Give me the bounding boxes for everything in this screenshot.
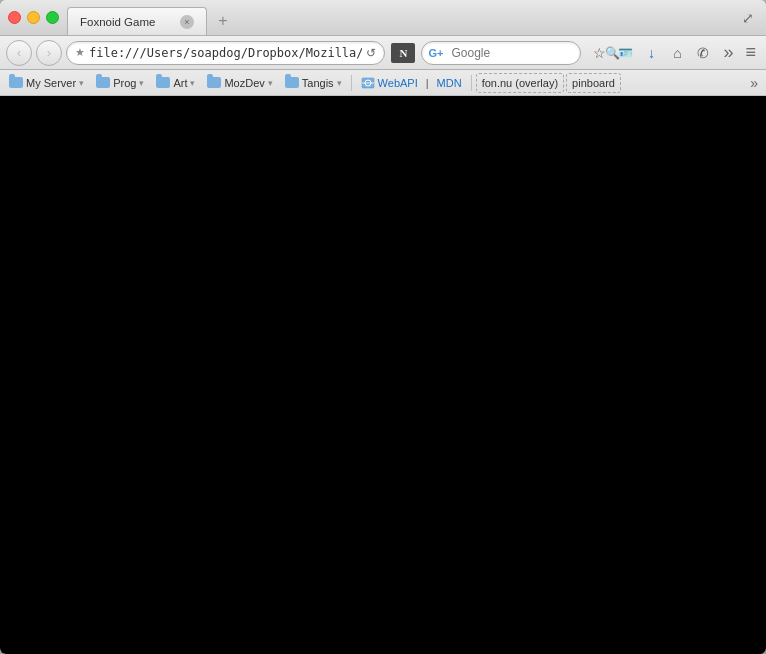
separator-text: | xyxy=(425,77,430,89)
close-button[interactable] xyxy=(8,11,21,24)
bookmark-label: pinboard xyxy=(572,77,615,89)
download-icon: ↓ xyxy=(648,45,655,61)
new-tab-button[interactable]: + xyxy=(211,9,235,33)
search-bar[interactable]: G+ 🔍 xyxy=(421,41,581,65)
active-tab[interactable]: Foxnoid Game × xyxy=(67,7,207,35)
main-content xyxy=(0,96,766,654)
bookmark-fonnu[interactable]: fon.nu (overlay) xyxy=(476,73,564,93)
search-input[interactable] xyxy=(451,46,601,60)
folder-icon xyxy=(285,77,299,88)
bookmark-separator xyxy=(351,75,352,91)
bookmark-label: MozDev xyxy=(224,77,264,89)
window-controls: ⤢ xyxy=(738,8,758,28)
forward-icon: › xyxy=(47,45,51,60)
menu-button[interactable]: ≡ xyxy=(741,42,760,63)
bookmark-label: Tangis xyxy=(302,77,334,89)
folder-icon xyxy=(156,77,170,88)
chevron-down-icon: ▾ xyxy=(337,78,342,88)
bookmarks-bar: My Server ▾ Prog ▾ Art ▾ MozDev ▾ Tangis… xyxy=(0,70,766,96)
bookmark-pinboard[interactable]: pinboard xyxy=(566,73,621,93)
folder-icon xyxy=(96,77,110,88)
chevron-down-icon: ▾ xyxy=(79,78,84,88)
address-lock-icon: ★ xyxy=(75,46,85,59)
bookmark-label: Prog xyxy=(113,77,136,89)
download-button[interactable]: ↓ xyxy=(639,41,663,65)
bookmark-webapi[interactable]: WebAPI xyxy=(356,73,423,93)
home-icon: ⌂ xyxy=(673,45,681,61)
address-input[interactable] xyxy=(89,46,362,60)
bookmark-prog[interactable]: Prog ▾ xyxy=(91,73,149,93)
tab-bar: Foxnoid Game × + xyxy=(67,0,738,35)
folder-icon xyxy=(9,77,23,88)
link-icon xyxy=(361,76,375,90)
bookmark-label: My Server xyxy=(26,77,76,89)
reload-button[interactable]: ↺ xyxy=(366,46,376,60)
bookmark-label: Art xyxy=(173,77,187,89)
nav-bar: ‹ › ★ ↺ N G+ 🔍 ☆ 🪪 ↓ xyxy=(0,36,766,70)
minimize-button[interactable] xyxy=(27,11,40,24)
id-icon: 🪪 xyxy=(618,46,633,60)
bookmark-art[interactable]: Art ▾ xyxy=(151,73,200,93)
forward-button[interactable]: › xyxy=(36,40,62,66)
bookmark-my-server[interactable]: My Server ▾ xyxy=(4,73,89,93)
google-search-icon: G+ xyxy=(428,47,443,59)
star-icon: ☆ xyxy=(593,45,606,61)
nav-overflow-button[interactable]: » xyxy=(719,42,737,63)
chevron-down-icon: ▾ xyxy=(139,78,144,88)
folder-icon xyxy=(207,77,221,88)
id-button[interactable]: 🪪 xyxy=(613,41,637,65)
traffic-lights xyxy=(8,11,59,24)
maximize-button[interactable] xyxy=(46,11,59,24)
browser-window: Foxnoid Game × + ⤢ ‹ › ★ ↺ N G+ 🔍 xyxy=(0,0,766,654)
home-button[interactable]: ⌂ xyxy=(665,41,689,65)
chevron-down-icon: ▾ xyxy=(268,78,273,88)
title-bar: Foxnoid Game × + ⤢ xyxy=(0,0,766,36)
toolbar-icons: ☆ 🪪 ↓ ⌂ ✆ xyxy=(587,41,715,65)
tab-label: Foxnoid Game xyxy=(80,16,155,28)
bookmark-tangis[interactable]: Tangis ▾ xyxy=(280,73,347,93)
bookmark-mdn[interactable]: MDN xyxy=(432,73,467,93)
restore-window-button[interactable]: ⤢ xyxy=(738,8,758,28)
bookmark-separator-2 xyxy=(471,75,472,91)
bookmark-label: fon.nu (overlay) xyxy=(482,77,558,89)
bookmark-mozdev[interactable]: MozDev ▾ xyxy=(202,73,277,93)
phone-button[interactable]: ✆ xyxy=(691,41,715,65)
bookmark-star-button[interactable]: ☆ xyxy=(587,41,611,65)
bookmark-label: WebAPI xyxy=(378,77,418,89)
address-bar[interactable]: ★ ↺ xyxy=(66,41,385,65)
phone-icon: ✆ xyxy=(697,45,709,61)
back-button[interactable]: ‹ xyxy=(6,40,32,66)
chevron-down-icon: ▾ xyxy=(190,78,195,88)
bookmark-label: MDN xyxy=(437,77,462,89)
bookmarks-overflow-button[interactable]: » xyxy=(746,75,762,91)
back-icon: ‹ xyxy=(17,45,21,60)
tab-close-button[interactable]: × xyxy=(180,15,194,29)
noscript-icon[interactable]: N xyxy=(391,43,415,63)
